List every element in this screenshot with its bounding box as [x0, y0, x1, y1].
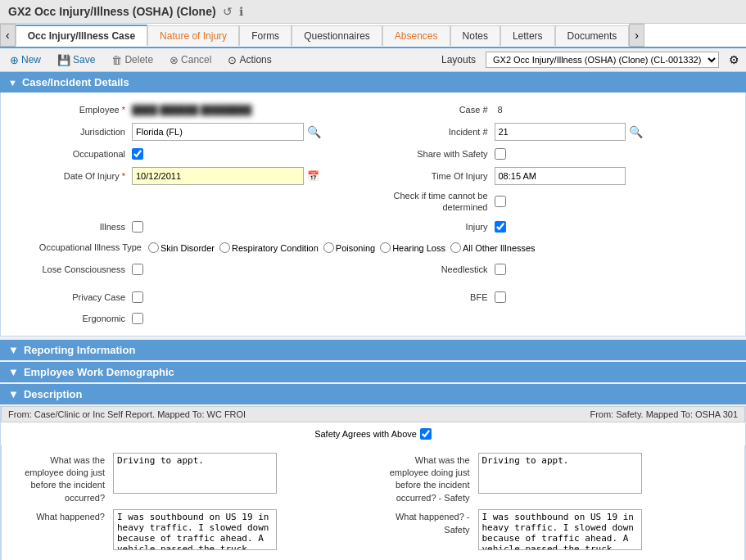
occupational-row: Occupational	[11, 143, 373, 165]
cancel-button[interactable]: ⊗ Cancel	[166, 52, 215, 68]
share-safety-checkbox[interactable]	[495, 148, 506, 160]
reporting-title: Reporting Information	[24, 344, 136, 356]
what-doing-safety-textarea[interactable]: Driving to appt.	[478, 453, 642, 494]
actions-button[interactable]: ⊙ Actions	[224, 52, 274, 68]
layouts-label: Layouts	[441, 54, 476, 65]
empty-row-1	[11, 187, 373, 216]
tab-documents[interactable]: Documents	[555, 25, 630, 46]
illness-checkbox[interactable]	[132, 221, 143, 233]
desc-info-bar: From: Case/Clinic or Inc Self Report. Ma…	[1, 406, 745, 422]
needlestick-label: Needlestick	[380, 264, 495, 274]
incident-search-icon[interactable]: 🔍	[629, 125, 643, 138]
layouts-select[interactable]: GX2 Occ Injury/Illness (OSHA) (Clone) (C…	[486, 52, 719, 68]
tab-letters[interactable]: Letters	[500, 25, 555, 46]
occ-illness-type-row: Occupational Illness Type Skin Disorder …	[11, 237, 735, 259]
description-header[interactable]: ▼ Description	[0, 384, 746, 404]
radio-skin-disorder[interactable]: Skin Disorder	[148, 242, 215, 253]
check-time-checkbox[interactable]	[495, 196, 506, 207]
title-bar: GX2 Occ Injury/Illness (OSHA) (Clone) ↺ …	[0, 0, 746, 24]
case-incident-header[interactable]: ▼ Case/Incident Details	[0, 72, 746, 93]
desc-form-grid: What was the employee doing just before …	[1, 445, 745, 560]
share-safety-label: Share with Safety	[380, 149, 495, 159]
what-doing-textarea[interactable]: Driving to appt.	[113, 453, 277, 494]
calendar-icon[interactable]: 📅	[307, 170, 319, 182]
tab-next-btn[interactable]: ›	[629, 24, 644, 47]
privacy-case-row: Privacy Case	[11, 287, 373, 308]
collapse-arrow-employee: ▼	[8, 366, 19, 378]
lose-consciousness-label: Lose Consciousness	[17, 264, 132, 274]
collapse-arrow-case: ▼	[8, 78, 17, 88]
what-happened-safety-label: What happened? - Safety	[377, 509, 475, 536]
what-doing-safety-label: What was the employee doing just before …	[377, 453, 475, 505]
description-title: Description	[24, 388, 83, 400]
delete-icon: 🗑	[111, 54, 122, 66]
needlestick-checkbox[interactable]	[495, 264, 506, 275]
new-button[interactable]: ⊕ New	[7, 52, 44, 68]
case-incident-body: Employee * ████ ██████ ████████ Case # 8…	[0, 93, 746, 336]
date-injury-row: Date Of Injury * 📅	[11, 165, 373, 187]
occupational-label: Occupational	[17, 149, 132, 159]
check-time-label: Check if time cannot be determined	[380, 190, 495, 214]
tab-notes[interactable]: Notes	[450, 25, 500, 46]
tab-nature-of-injury[interactable]: Nature of Injury	[147, 25, 239, 46]
tabs-bar: ‹ Occ Injury/Illness Case Nature of Inju…	[0, 24, 746, 48]
radio-all-other[interactable]: All Other Illnesses	[450, 242, 536, 253]
ergonomic-label: Ergonomic	[17, 314, 132, 323]
injury-checkbox[interactable]	[495, 221, 506, 233]
description-section: ▼ Description From: Case/Clinic or Inc S…	[0, 384, 746, 560]
radio-poisoning[interactable]: Poisoning	[323, 242, 375, 253]
settings-icon[interactable]: ⚙	[729, 53, 739, 66]
case-number-value: 8	[495, 103, 506, 116]
page-title: GX2 Occ Injury/Illness (OSHA) (Clone)	[8, 5, 216, 18]
injury-row: Injury	[373, 216, 736, 237]
jurisdiction-input[interactable]	[132, 123, 304, 141]
incident-input[interactable]	[495, 123, 626, 141]
delete-button[interactable]: 🗑 Delete	[108, 52, 156, 68]
date-injury-input[interactable]	[132, 167, 304, 185]
employee-work-header[interactable]: ▼ Employee Work Demographic	[0, 362, 746, 382]
info-icon[interactable]: ℹ	[239, 5, 243, 18]
employee-row: Employee * ████ ██████ ████████	[11, 99, 373, 120]
radio-respiratory[interactable]: Respiratory Condition	[219, 242, 319, 253]
what-happened-safety-textarea[interactable]: I was southbound on US 19 in heavy traff…	[478, 509, 642, 550]
needlestick-row: Needlestick	[373, 259, 736, 280]
tab-prev-btn[interactable]: ‹	[0, 24, 16, 47]
time-injury-row: Time Of Injury	[373, 165, 736, 187]
tab-questionnaires[interactable]: Questionnaires	[292, 25, 382, 46]
occupational-checkbox[interactable]	[132, 148, 143, 160]
radio-hearing-loss[interactable]: Hearing Loss	[380, 242, 445, 253]
cancel-icon: ⊗	[170, 54, 179, 66]
what-doing-safety-row: What was the employee doing just before …	[373, 450, 739, 508]
jurisdiction-row: Jurisdiction 🔍	[11, 120, 373, 143]
lose-consciousness-row: Lose Consciousness	[11, 259, 373, 280]
what-happened-textarea[interactable]: I was southbound on US 19 in heavy traff…	[113, 509, 277, 550]
tab-forms[interactable]: Forms	[239, 25, 292, 46]
ergonomic-checkbox[interactable]	[132, 313, 143, 324]
safety-agrees-row: Safety Agrees with Above	[308, 426, 438, 442]
refresh-icon[interactable]: ↺	[223, 5, 233, 18]
save-button[interactable]: 💾 Save	[54, 52, 98, 68]
time-injury-input[interactable]	[495, 167, 626, 185]
bfe-checkbox[interactable]	[495, 291, 506, 303]
tab-absences[interactable]: Absences	[382, 25, 450, 46]
illness-row: Illness	[11, 216, 373, 237]
privacy-case-label: Privacy Case	[17, 292, 132, 302]
what-doing-row: What was the employee doing just before …	[8, 450, 373, 508]
desc-from-left: From: Case/Clinic or Inc Self Report. Ma…	[8, 409, 246, 419]
illness-label: Illness	[17, 222, 132, 232]
what-happened-label: What happened?	[11, 509, 110, 523]
actions-icon: ⊙	[228, 54, 237, 66]
reporting-header[interactable]: ▼ Reporting Information	[0, 340, 746, 360]
case-number-label: Case #	[380, 105, 495, 115]
toolbar: ⊕ New 💾 Save 🗑 Delete ⊗ Cancel ⊙ Actions…	[0, 48, 746, 72]
employee-work-title: Employee Work Demographic	[24, 366, 174, 378]
safety-agrees-label: Safety Agrees with Above	[314, 429, 417, 439]
jurisdiction-label: Jurisdiction	[17, 127, 132, 137]
privacy-case-checkbox[interactable]	[132, 291, 143, 303]
employee-value: ████ ██████ ████████	[132, 105, 367, 115]
tab-occ-injury[interactable]: Occ Injury/Illness Case	[16, 25, 147, 46]
safety-agrees-checkbox[interactable]	[420, 428, 432, 440]
lose-consciousness-checkbox[interactable]	[132, 264, 143, 275]
jurisdiction-search-icon[interactable]: 🔍	[307, 125, 321, 138]
case-incident-title: Case/Incident Details	[22, 76, 129, 88]
